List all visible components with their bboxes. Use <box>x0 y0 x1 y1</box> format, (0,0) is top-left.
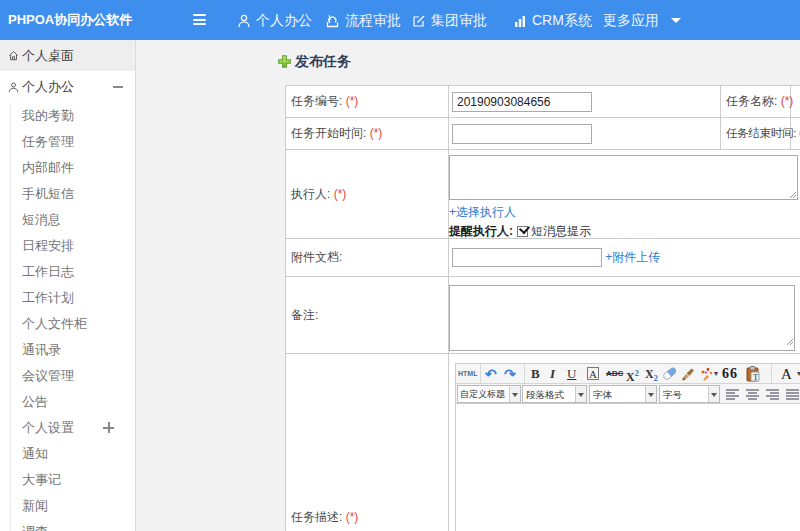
svg-text:T: T <box>753 372 759 382</box>
